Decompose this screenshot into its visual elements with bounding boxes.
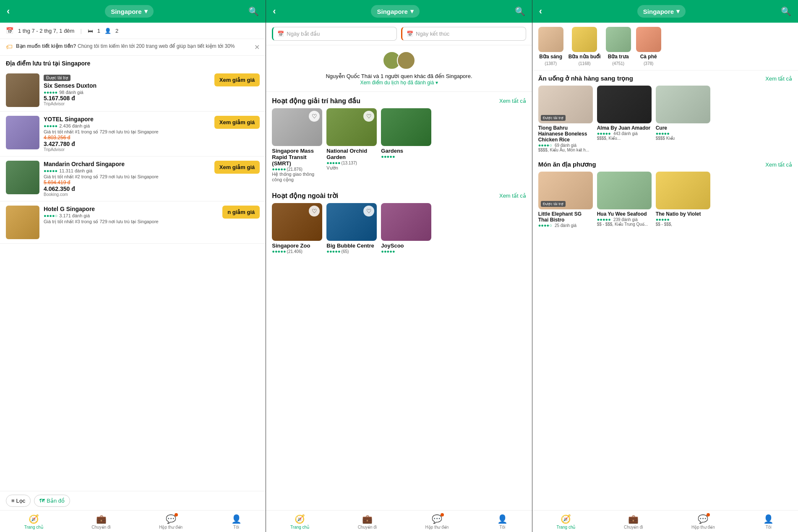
activity-image: ♡ — [272, 108, 322, 146]
hotel-action: Xem giảm giá — [214, 161, 260, 174]
promo-close-button[interactable]: ✕ — [254, 43, 260, 51]
see-all-fine-dining[interactable]: Xem tất cả — [765, 76, 792, 82]
star-rating: ●●●●● 11.311 đánh giá — [44, 168, 210, 173]
date-bar[interactable]: 📅 1 thg 7 - 2 thg 7, 1 đêm | 🛏 1 👤 2 — [0, 23, 266, 39]
activity-card: ♡ Singapore Zoo ●●●●● (21.406) — [272, 203, 322, 254]
restaurant-name: Tiong Bahru Hainanese Boneless Chicken R… — [538, 125, 593, 143]
restaurant-info: $$ - $$$, Kiểu Trung Quố... — [597, 222, 652, 227]
profile-icon-3: 👤 — [763, 514, 774, 524]
restaurant-card: The Natio by Violet ●●●●● $$ - $$$, — [656, 172, 710, 228]
activity-image: ♡ — [272, 203, 322, 241]
back-button-3[interactable]: ‹ — [539, 6, 542, 17]
category-lunch[interactable]: Bữa trưa (4751) — [606, 27, 631, 66]
nav-home-1[interactable]: 🧭 Trang chủ — [24, 514, 43, 529]
nav-profile-3[interactable]: 👤 Tôi — [763, 514, 774, 529]
restaurant-card: Được tài trợ Little Elephant SG Thai Bis… — [538, 172, 593, 228]
see-all-outdoor[interactable]: Xem tất cả — [499, 193, 526, 199]
home-icon: 🧭 — [29, 514, 39, 524]
restaurant-name: Alma By Juan Amador — [597, 125, 652, 131]
header-1: ‹ Singapore ▾ 🔍 — [0, 0, 266, 23]
back-button-2[interactable]: ‹ — [273, 6, 276, 17]
favorite-button[interactable]: ♡ — [309, 206, 320, 216]
category-count: (1168) — [579, 61, 591, 66]
search-icon-2[interactable]: 🔍 — [515, 6, 525, 16]
see-all-entertainment[interactable]: Xem tất cả — [499, 98, 526, 104]
view-deal-button[interactable]: Xem giảm giá — [214, 73, 260, 86]
nav-inbox-1[interactable]: 💬 Hộp thư đến — [159, 514, 183, 529]
friends-text: Nguyễn Quốc Thái và 1 người quen khác đã… — [326, 73, 472, 86]
trips-icon-2: 💼 — [362, 514, 373, 524]
nav-inbox-2[interactable]: 💬 Hộp thư đến — [425, 514, 449, 529]
location-selector-1[interactable]: Singapore ▾ — [105, 5, 153, 18]
inbox-icon-3: 💬 — [698, 514, 708, 524]
nav-inbox-3[interactable]: 💬 Hộp thư đến — [691, 514, 715, 529]
nav-profile-1[interactable]: 👤 Tôi — [231, 514, 242, 529]
restaurant-card: Hua Yu Wee Seafood ●●●●● 239 đánh giá $$… — [597, 172, 652, 228]
star-rating: ●●●●● 98 đánh giá — [44, 90, 210, 95]
calendar-icon: 📅 — [6, 27, 14, 34]
calendar-end-icon: 📅 — [407, 31, 413, 37]
review-count: 69 đánh giá — [555, 143, 576, 148]
category-cafe[interactable]: Cà phê (378) — [636, 27, 661, 66]
booking-source: TripAdvisor — [44, 147, 210, 152]
end-date-input[interactable]: 📅 Ngày kết thúc — [401, 27, 526, 41]
fine-dining-title: Ăn uống ở nhà hàng sang trọng — [538, 75, 633, 82]
dropdown-icon-2: ▾ — [410, 8, 414, 15]
fine-dining-grid: Được tài trợ Tiong Bahru Hainanese Bonel… — [538, 86, 792, 156]
hotel-price: 5.167.508 đ — [44, 95, 210, 102]
view-deal-button[interactable]: Xem giảm giá — [214, 161, 260, 174]
rooms-count: 1 — [97, 28, 100, 34]
review-count: 3.171 đánh giá — [59, 213, 90, 218]
hotel-desc: Giá trị tốt nhất #1 trong số 729 nơi lưu… — [44, 129, 210, 135]
hotel-name: Hotel G Singapore — [44, 206, 218, 212]
nav-trips-3[interactable]: 💼 Chuyến đi — [624, 514, 643, 529]
nav-profile-2[interactable]: 👤 Tôi — [497, 514, 508, 529]
search-icon-3[interactable]: 🔍 — [781, 6, 791, 16]
start-date-placeholder: Ngày bắt đầu — [287, 31, 320, 37]
nav-home-3[interactable]: 🧭 Trang chủ — [556, 514, 575, 529]
activity-reviews: (13.137) — [342, 161, 357, 165]
sponsored-badge: Được tài trợ — [541, 115, 566, 121]
activity-image: ♡ — [326, 108, 377, 146]
activity-card: Gardens ●●●●● — [381, 108, 431, 183]
favorite-button[interactable]: ♡ — [309, 111, 320, 122]
hotel-card: Được tài trợ Six Senses Duxton ●●●●● 98 … — [0, 69, 266, 112]
nav-home-2[interactable]: 🧭 Trang chủ — [290, 514, 309, 529]
category-brunch[interactable]: Bữa nửa buổi (1168) — [569, 27, 601, 66]
inbox-icon-2: 💬 — [432, 514, 442, 524]
restaurant-info: $$$$ Kiểu — [656, 136, 710, 141]
start-date-input[interactable]: 📅 Ngày bắt đầu — [272, 27, 397, 41]
location-selector-2[interactable]: Singapore ▾ — [371, 5, 419, 18]
back-button-1[interactable]: ‹ — [7, 6, 10, 17]
nav-trips-2[interactable]: 💼 Chuyến đi — [358, 514, 377, 529]
hotels-list: Được tài trợ Six Senses Duxton ●●●●● 98 … — [0, 69, 266, 491]
restaurant-rating: ●●●●● 443 đánh giá — [597, 131, 652, 136]
sponsored-badge: Được tài trợ — [541, 201, 566, 207]
friends-review-link[interactable]: Xem điểm du lịch họ đã đánh giá ▾ — [360, 80, 438, 86]
category-name: Bữa trưa — [608, 54, 629, 60]
location-selector-3[interactable]: Singapore ▾ — [637, 5, 686, 18]
hotel-name: Mandarin Orchard Singapore — [44, 161, 210, 167]
restaurant-name: Little Elephant SG Thai Bistro — [538, 211, 593, 223]
view-deal-button[interactable]: n giảm giá — [222, 206, 260, 219]
activity-rating: ●●●●● (21.876) — [272, 167, 322, 172]
activities-scroll: Hoạt động giải trí hàng đầu Xem tất cả ♡… — [266, 92, 532, 510]
date-range: 1 thg 7 - 2 thg 7, 1 đêm — [18, 28, 74, 34]
restaurant-name: Cure — [656, 125, 710, 131]
favorite-button[interactable]: ♡ — [363, 111, 374, 122]
see-all-local[interactable]: Xem tất cả — [765, 162, 792, 168]
category-breakfast[interactable]: Bữa sáng (1387) — [538, 27, 563, 66]
nav-trips-1[interactable]: 💼 Chuyến đi — [91, 514, 110, 529]
hotels-section-title: Địa điểm lưu trú tại Singapore — [0, 56, 266, 69]
map-button[interactable]: 🗺 Bản đồ — [34, 495, 70, 507]
restaurant-info: $$$$, Kiểu... — [597, 136, 652, 141]
bed-icon: 🛏 — [88, 28, 93, 34]
food-categories: Bữa sáng (1387) Bữa nửa buổi (1168) Bữa … — [532, 23, 798, 70]
activity-rating: ●●●●● (21.406) — [272, 249, 322, 254]
favorite-button[interactable]: ♡ — [363, 206, 374, 216]
filter-button[interactable]: ≡ Lọc — [6, 495, 31, 507]
view-deal-button[interactable]: Xem giảm giá — [214, 116, 260, 129]
search-icon-1[interactable]: 🔍 — [248, 6, 259, 16]
map-icon: 🗺 — [39, 498, 45, 504]
restaurant-image — [656, 86, 710, 123]
